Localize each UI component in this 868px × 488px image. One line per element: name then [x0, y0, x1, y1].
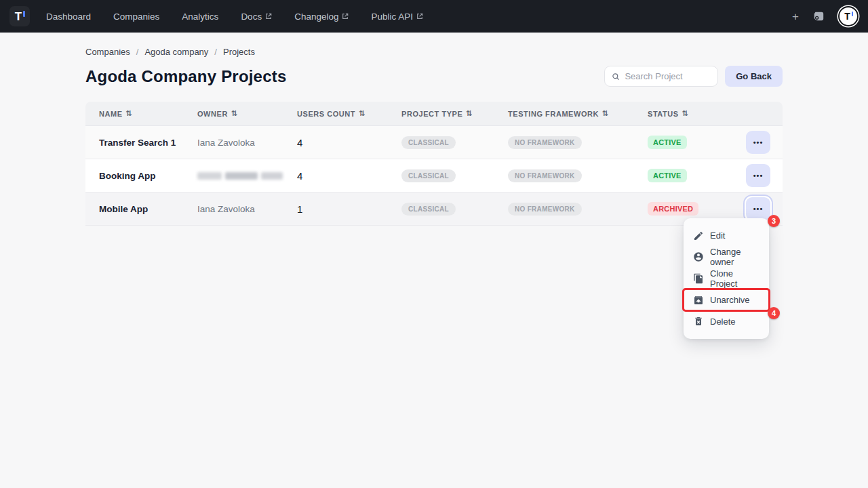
breadcrumb-companies[interactable]: Companies	[85, 47, 130, 57]
project-name: Mobile App	[99, 204, 197, 214]
projects-table: NAME⇅ OWNER⇅ USERS COUNT⇅ PROJECT TYPE⇅ …	[85, 102, 783, 226]
annotation-step-4: 4	[768, 307, 780, 319]
status-badge: ACTIVE	[648, 169, 687, 182]
nav-item-changelog[interactable]: Changelog	[294, 12, 349, 22]
breadcrumb-separator: /	[214, 47, 217, 57]
title-actions: Go Back	[604, 66, 783, 87]
sort-icon[interactable]: ⇅	[231, 109, 238, 118]
unarchive-icon	[693, 295, 704, 306]
sort-icon[interactable]: ⇅	[466, 109, 473, 118]
nav-item-public-api[interactable]: Public API	[371, 12, 423, 22]
logo-letter: T	[15, 11, 22, 22]
avatar-accent-tick	[852, 12, 854, 16]
breadcrumb-separator: /	[136, 47, 139, 57]
project-type-badge: CLASSICAL	[401, 136, 456, 149]
row-actions-menu: Edit Change owner Clone Project Unarchiv…	[684, 218, 769, 339]
sort-icon[interactable]: ⇅	[359, 109, 366, 118]
table-row-mobile-app: Mobile App Iana Zavoloka 1 CLASSICAL NO …	[85, 192, 783, 226]
column-header-owner[interactable]: OWNER⇅	[197, 109, 297, 118]
app-logo[interactable]: T	[9, 6, 30, 26]
project-owner: Iana Zavoloka	[197, 204, 297, 214]
search-input[interactable]	[625, 71, 711, 81]
navbar-right: + T	[792, 6, 859, 26]
breadcrumb-agoda-company[interactable]: Agoda company	[144, 47, 208, 57]
clone-icon	[693, 273, 704, 284]
page-title: Agoda Company Projects	[85, 67, 286, 86]
table-row-transfer-search-1: Transfer Search 1 Iana Zavoloka 4 CLASSI…	[85, 126, 783, 159]
annotation-step-3: 3	[768, 215, 780, 227]
menu-item-unarchive[interactable]: Unarchive	[684, 289, 769, 311]
project-name: Transfer Search 1	[99, 138, 197, 148]
users-count: 1	[297, 203, 401, 215]
menu-item-change-owner[interactable]: Change owner	[684, 247, 769, 268]
user-avatar[interactable]: T	[838, 6, 859, 26]
project-name: Booking App	[99, 171, 197, 181]
search-box	[604, 66, 718, 87]
sort-icon[interactable]: ⇅	[682, 109, 689, 118]
change-owner-icon	[693, 251, 704, 262]
sort-icon[interactable]: ⇅	[126, 109, 133, 118]
nav-item-dashboard[interactable]: Dashboard	[46, 12, 91, 22]
search-icon	[612, 72, 620, 81]
nav-item-analytics[interactable]: Analytics	[182, 12, 218, 22]
top-navbar: T Dashboard Companies Analytics Docs Cha…	[0, 0, 868, 33]
column-header-testing-framework[interactable]: TESTING FRAMEWORK⇅	[508, 109, 648, 118]
project-type-badge: CLASSICAL	[401, 169, 456, 182]
feed-icon[interactable]	[812, 10, 825, 22]
avatar-letter: T	[844, 11, 850, 22]
main-content: Companies / Agoda company / Projects Ago…	[85, 47, 783, 226]
title-row: Agoda Company Projects Go Back	[85, 66, 783, 87]
table-header-row: NAME⇅ OWNER⇅ USERS COUNT⇅ PROJECT TYPE⇅ …	[85, 102, 783, 126]
column-header-name[interactable]: NAME⇅	[99, 109, 197, 118]
project-owner: Iana Zavoloka	[197, 138, 297, 148]
row-actions-button-open[interactable]: •••	[746, 197, 770, 220]
go-back-button[interactable]: Go Back	[725, 66, 783, 87]
nav-item-docs[interactable]: Docs	[241, 12, 272, 22]
sort-icon[interactable]: ⇅	[602, 109, 609, 118]
menu-item-edit[interactable]: Edit	[684, 225, 769, 247]
logo-accent-tick	[23, 11, 25, 17]
column-header-project-type[interactable]: PROJECT TYPE⇅	[401, 109, 508, 118]
table-row-booking-app: Booking App 4 CLASSICAL NO FRAMEWORK ACT…	[85, 159, 783, 192]
testing-framework-badge: NO FRAMEWORK	[508, 169, 582, 182]
breadcrumb-projects[interactable]: Projects	[223, 47, 255, 57]
status-badge: ACTIVE	[648, 136, 687, 149]
add-icon[interactable]: +	[792, 11, 799, 22]
project-owner-redacted	[197, 172, 297, 180]
external-link-icon	[265, 13, 272, 20]
nav-item-companies[interactable]: Companies	[113, 12, 159, 22]
breadcrumb: Companies / Agoda company / Projects	[85, 47, 783, 57]
app-root: T Dashboard Companies Analytics Docs Cha…	[0, 0, 868, 488]
status-badge: ARCHIVED	[648, 202, 698, 216]
row-actions-button[interactable]: •••	[746, 164, 770, 187]
delete-icon	[693, 316, 704, 327]
column-header-users-count[interactable]: USERS COUNT⇅	[297, 109, 401, 118]
redacted-owner-blocks	[197, 172, 297, 180]
menu-item-delete[interactable]: Delete	[684, 310, 769, 332]
testing-framework-badge: NO FRAMEWORK	[508, 136, 582, 149]
external-link-icon	[342, 13, 349, 20]
menu-item-clone-project[interactable]: Clone Project	[684, 268, 769, 289]
row-actions-button[interactable]: •••	[746, 131, 770, 154]
external-link-icon	[416, 13, 423, 20]
edit-icon	[693, 230, 704, 241]
main-nav: Dashboard Companies Analytics Docs Chang…	[46, 12, 423, 22]
users-count: 4	[297, 137, 401, 148]
column-header-status[interactable]: STATUS⇅	[648, 109, 746, 118]
project-type-badge: CLASSICAL	[401, 203, 456, 216]
testing-framework-badge: NO FRAMEWORK	[508, 203, 582, 216]
users-count: 4	[297, 170, 401, 182]
